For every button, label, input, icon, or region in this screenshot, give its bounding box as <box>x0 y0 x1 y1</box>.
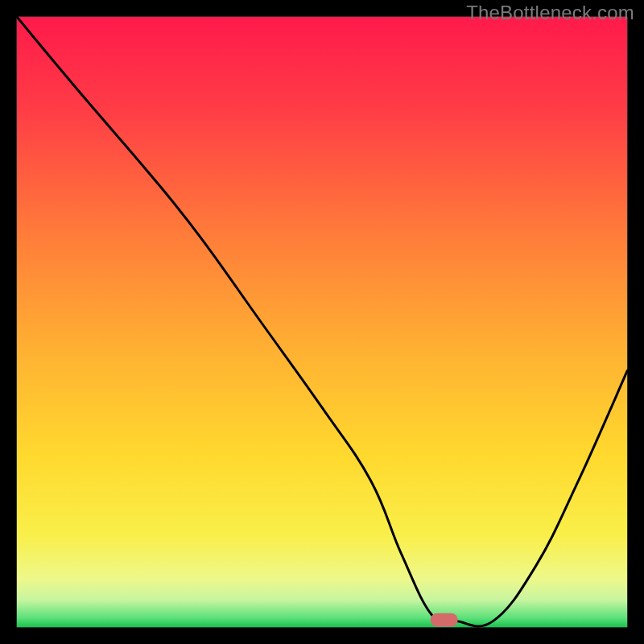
frame-left <box>0 0 17 644</box>
frame-right <box>627 0 644 644</box>
frame-bottom <box>0 627 644 644</box>
plot-background <box>17 17 627 627</box>
chart-container: TheBottleneck.com <box>0 0 644 644</box>
bottleneck-chart <box>0 0 644 644</box>
optimal-marker <box>431 613 458 627</box>
watermark-text: TheBottleneck.com <box>466 2 634 24</box>
